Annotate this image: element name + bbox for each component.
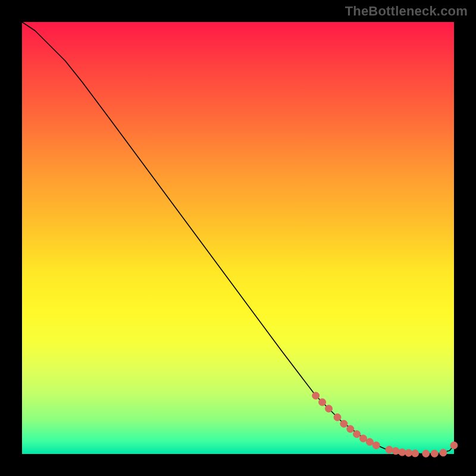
data-point: [386, 446, 393, 453]
data-point: [431, 450, 438, 457]
data-point: [334, 414, 341, 421]
data-point: [319, 399, 326, 406]
plot-area: [22, 22, 454, 454]
scatter-dots: [312, 392, 458, 457]
chart-frame: TheBottleneck.com: [0, 0, 476, 476]
data-point: [366, 439, 373, 446]
data-point: [325, 405, 333, 412]
data-point: [412, 450, 419, 457]
data-point: [372, 442, 380, 449]
curve-line: [22, 22, 454, 454]
data-point: [312, 392, 320, 399]
data-point: [422, 450, 430, 457]
data-point: [440, 449, 447, 456]
data-point: [392, 447, 399, 455]
data-point: [347, 425, 354, 433]
data-point: [405, 449, 412, 456]
watermark-text: TheBottleneck.com: [345, 4, 468, 19]
data-point: [450, 442, 458, 449]
data-point: [360, 435, 367, 442]
data-point: [353, 431, 361, 438]
chart-svg: [22, 22, 454, 454]
data-point: [399, 449, 406, 456]
data-point: [340, 420, 347, 427]
